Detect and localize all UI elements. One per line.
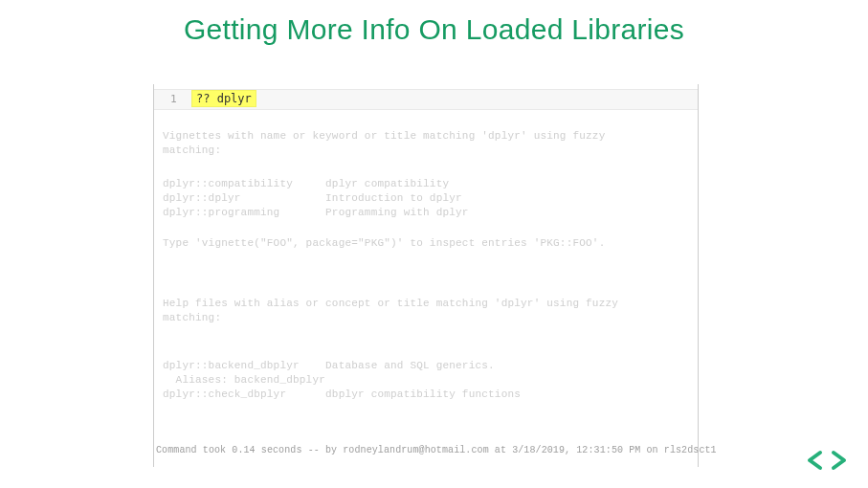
- code-cell-text: ?? dplyr: [191, 90, 256, 107]
- output-block-2: dplyr::compatibility dplyr compatibility…: [163, 177, 469, 220]
- prev-icon[interactable]: [810, 453, 820, 468]
- code-line-number: 1: [170, 93, 177, 105]
- output-block-3: Type 'vignette("FOO", package="PKG")' to…: [163, 236, 605, 251]
- next-icon[interactable]: [834, 453, 844, 468]
- slide-title: Getting More Info On Loaded Libraries: [0, 13, 868, 46]
- command-footer: Command took 0.14 seconds -- by rodneyla…: [156, 445, 717, 455]
- output-block-5: dplyr::backend_dbplyr Database and SQL g…: [163, 359, 521, 402]
- output-block-1: Vignettes with name or keyword or title …: [163, 129, 605, 158]
- slide-nav: [805, 450, 849, 471]
- output-block-4: Help files with alias or concept or titl…: [163, 297, 618, 325]
